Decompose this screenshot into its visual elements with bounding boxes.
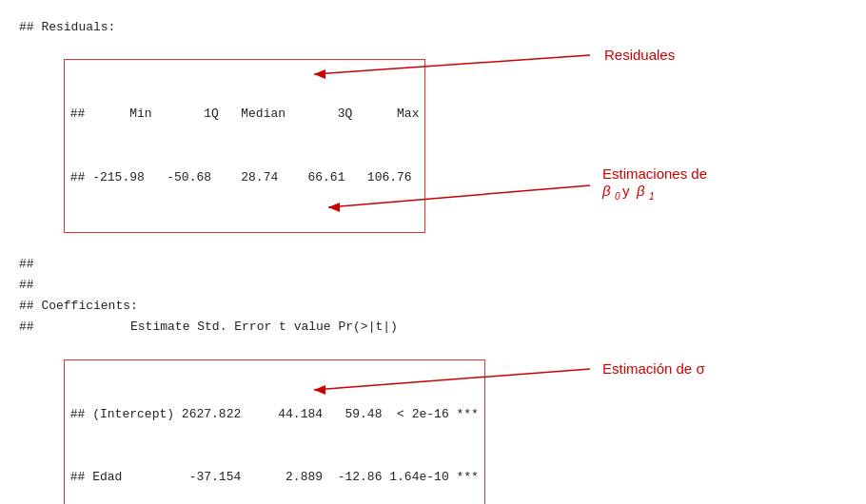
residuals-box-wrapper: ## Min 1Q Median 3Q Max ## -215.98 -50.6… [19, 38, 847, 254]
intercept-row: ## (Intercept) 2627.822 44.184 59.48 < 2… [70, 404, 479, 425]
coeff-box-wrapper: ## (Intercept) 2627.822 44.184 59.48 < 2… [19, 338, 847, 504]
coeff-header: ## Estimate Std. Error t value Pr(>|t|) [19, 317, 847, 338]
main-container: ## Residuals: ## Min 1Q Median 3Q Max ##… [0, 0, 866, 504]
residuals-header: ## Min 1Q Median 3Q Max [70, 104, 420, 125]
blank2: ## [19, 275, 847, 296]
blank1: ## [19, 254, 847, 275]
code-area: ## Residuals: ## Min 1Q Median 3Q Max ##… [0, 0, 866, 504]
residuals-box: ## Min 1Q Median 3Q Max ## -215.98 -50.6… [64, 59, 426, 233]
residuals-values: ## -215.98 -50.68 28.74 66.61 106.76 [70, 167, 420, 188]
edad-row: ## Edad -37.154 2.889 -12.86 1.64e-10 **… [70, 467, 479, 488]
coeff-label: ## Coefficients: [19, 296, 847, 317]
residuals-label: ## Residuals: [19, 17, 847, 38]
coeff-box: ## (Intercept) 2627.822 44.184 59.48 < 2… [64, 359, 485, 505]
